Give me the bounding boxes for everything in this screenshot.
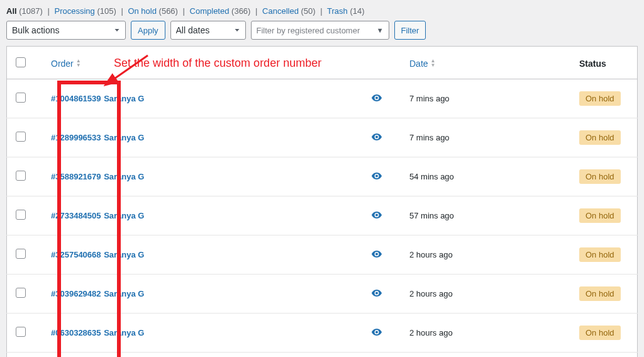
annotation-caption: Set the width of the custom order number [114,57,321,69]
filter-customer-select[interactable]: Filter by registered customer ▼ [251,21,389,40]
preview-eye-icon[interactable] [372,133,382,142]
apply-button[interactable]: Apply [131,21,165,40]
column-header-status[interactable]: Status [573,47,638,79]
table-row: #3257540668 Saranya G2 hours agoOn hold [7,235,638,275]
status-badge: On hold [579,326,621,340]
row-checkbox[interactable] [16,93,26,103]
filter-all[interactable]: All [6,6,17,16]
filter-onhold[interactable]: On hold [128,6,157,16]
order-link[interactable]: #2733484505 Saranya G [51,211,144,220]
order-link[interactable]: #3257540668 Saranya G [51,250,144,259]
row-checkbox[interactable] [16,171,26,181]
order-link[interactable]: #1004861539 Saranya G [51,94,144,103]
preview-eye-icon[interactable] [372,289,382,298]
filter-processing-count: (105) [97,6,116,16]
order-customer: Saranya G [104,328,144,337]
orders-table: Order Set the width of the custom order … [6,46,638,357]
table-row: #3039629482 Saranya G2 hours agoOn hold [7,275,638,314]
order-customer: Saranya G [104,211,144,220]
order-date: 57 mins ago [409,211,454,220]
column-header-date[interactable]: Date [403,47,573,79]
order-number: #1004861539 [51,94,101,103]
order-number: #0630328635 [51,328,101,337]
order-customer: Saranya G [104,289,144,298]
order-customer: Saranya G [104,250,144,259]
sort-icon [76,59,81,67]
filter-cancelled[interactable]: Cancelled [262,6,299,16]
bulk-actions-select[interactable]: Bulk actions [6,21,126,40]
order-number: #1289996533 [51,133,101,142]
table-row: #2733484505 Saranya G57 mins agoOn hold [7,196,638,235]
select-all-checkbox[interactable] [16,57,26,67]
row-checkbox[interactable] [16,132,26,142]
order-customer: Saranya G [104,133,144,142]
status-badge: On hold [579,208,621,223]
table-row: #3588921679 Saranya G54 mins agoOn hold [7,157,638,196]
preview-eye-icon[interactable] [372,94,382,103]
order-date: 2 hours ago [409,250,453,259]
order-date: 2 hours ago [409,328,453,337]
tablenav-top: Bulk actions Apply All dates Filter by r… [6,21,638,40]
annotation-caption-cell: Set the width of the custom order number [108,47,365,79]
filter-trash[interactable]: Trash [327,6,348,16]
status-badge: On hold [579,286,621,301]
filter-trash-count: (14) [350,6,364,16]
status-badge: On hold [579,169,621,184]
order-date: 54 mins ago [409,172,454,181]
order-number: #3257540668 [51,250,101,259]
order-date: 7 mins ago [409,133,450,142]
table-row: #0630328635 Saranya G2 hours agoOn hold [7,314,638,353]
sort-icon [431,59,436,67]
filter-cancelled-count: (50) [301,6,316,16]
order-link[interactable]: #0630328635 Saranya G [51,328,144,337]
order-number: #3588921679 [51,172,101,181]
filter-all-count: (1087) [19,6,43,16]
status-filter-bar: All (1087) | Processing (105) | On hold … [6,6,638,16]
row-checkbox[interactable] [16,288,26,298]
order-number: #3039629482 [51,289,101,298]
filter-onhold-count: (566) [159,6,178,16]
order-link[interactable]: #3039629482 Saranya G [51,289,144,298]
order-link[interactable]: #3588921679 Saranya G [51,172,144,181]
chevron-down-icon: ▼ [377,26,384,34]
preview-eye-icon[interactable] [372,250,382,259]
order-date: 7 mins ago [409,94,450,103]
preview-eye-icon[interactable] [372,328,382,337]
table-row: #1289996533 Saranya G7 mins agoOn hold [7,118,638,157]
status-badge: On hold [579,247,621,262]
table-row: #1385512365 Saranya G2 hours agoOn hold [7,353,638,358]
filter-customer-placeholder: Filter by registered customer [257,26,360,35]
date-filter-select[interactable]: All dates [170,21,246,40]
filter-processing[interactable]: Processing [54,6,94,16]
row-checkbox[interactable] [16,327,26,337]
order-number: #2733484505 [51,211,101,220]
filter-completed[interactable]: Completed [190,6,230,16]
row-checkbox[interactable] [16,210,26,220]
preview-eye-icon[interactable] [372,211,382,220]
filter-completed-count: (366) [231,6,250,16]
status-badge: On hold [579,91,621,106]
order-link[interactable]: #1289996533 Saranya G [51,133,144,142]
order-date: 2 hours ago [409,289,453,298]
order-customer: Saranya G [104,172,144,181]
preview-eye-icon[interactable] [372,172,382,181]
table-row: #1004861539 Saranya G7 mins agoOn hold [7,79,638,118]
status-badge: On hold [579,130,621,145]
row-checkbox[interactable] [16,249,26,259]
order-customer: Saranya G [104,94,144,103]
column-header-order[interactable]: Order [45,47,108,79]
filter-button[interactable]: Filter [394,21,426,40]
